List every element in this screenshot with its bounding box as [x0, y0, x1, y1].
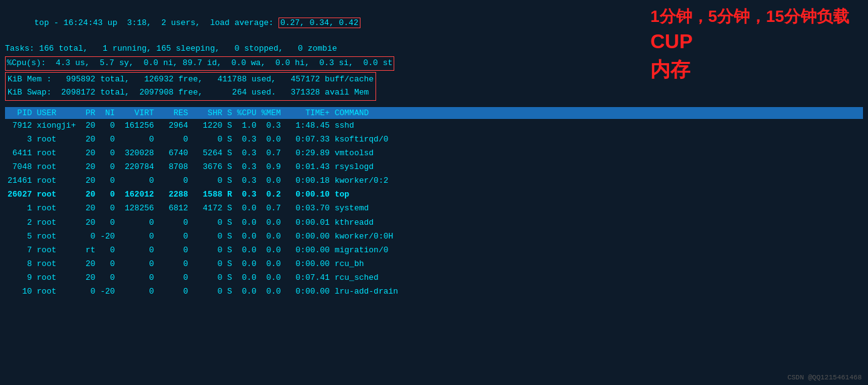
table-row: 1 root 20 0 128256 6812 4172 S 0.0 0.7 0… — [5, 202, 863, 215]
mem-lines: KiB Mem : 995892 total, 126932 free, 411… — [5, 72, 376, 101]
table-row: 9 root 20 0 0 0 0 S 0.0 0.0 0:07.41 rcu_… — [5, 271, 863, 285]
load-average-values: 0.27, 0.34, 0.42 — [278, 18, 360, 28]
watermark: CSDN @QQ1215461468 — [787, 374, 862, 381]
table-header: PID USER PR NI VIRT RES SHR S %CPU %MEM … — [5, 107, 863, 119]
annotation-block: 1分钟，5分钟，15分钟负载 CUP 内存 — [650, 5, 849, 84]
table-row: 3 root 20 0 0 0 0 S 0.3 0.0 0:07.33 ksof… — [5, 133, 863, 146]
top-prefix: top - 16:24:43 up 3:18, 2 users, load av… — [34, 18, 278, 28]
mem-line1: KiB Mem : 995892 total, 126932 free, 411… — [8, 73, 374, 86]
table-row: 7 root rt 0 0 0 0 S 0.0 0.0 0:00.00 migr… — [5, 244, 863, 257]
cpu-line: %Cpu(s): 4.3 us, 5.7 sy, 0.0 ni, 89.7 id… — [5, 56, 394, 71]
table-row: 5 root 0 -20 0 0 0 S 0.0 0.0 0:00.00 kwo… — [5, 230, 863, 244]
annotation-mem: 内存 — [650, 56, 849, 84]
table-row: 8 root 20 0 0 0 0 S 0.0 0.0 0:00.00 rcu_… — [5, 257, 863, 271]
annotation-cpu: CUP — [650, 28, 849, 56]
table-row: 7048 root 20 0 220784 8708 3676 S 0.3 0.… — [5, 160, 863, 174]
mem-line2: KiB Swap: 2098172 total, 2097908 free, 2… — [8, 86, 374, 100]
process-table: 7912 xiongji+ 20 0 161256 2964 1220 S 1.… — [5, 119, 863, 299]
table-row: 2 root 20 0 0 0 0 S 0.0 0.0 0:00.01 kthr… — [5, 216, 863, 230]
table-row: 26027 root 20 0 162012 2288 1588 R 0.3 0… — [5, 188, 863, 202]
table-row: 6411 root 20 0 320028 6740 5264 S 0.3 0.… — [5, 146, 863, 160]
annotation-title: 1分钟，5分钟，15分钟负载 — [650, 7, 849, 26]
table-row: 21461 root 20 0 0 0 0 S 0.3 0.0 0:00.18 … — [5, 174, 863, 188]
table-row: 7912 xiongji+ 20 0 161256 2964 1220 S 1.… — [5, 119, 863, 133]
terminal-window: top - 16:24:43 up 3:18, 2 users, load av… — [0, 0, 868, 385]
table-row: 10 root 0 -20 0 0 0 S 0.0 0.0 0:00.00 lr… — [5, 285, 863, 299]
